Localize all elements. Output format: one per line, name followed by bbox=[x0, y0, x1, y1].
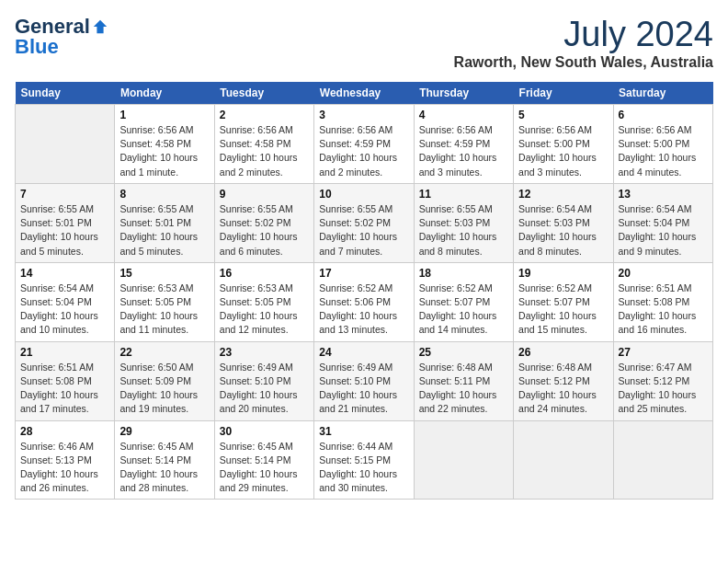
day-number: 29 bbox=[119, 425, 209, 438]
calendar-cell: 16Sunrise: 6:53 AMSunset: 5:05 PMDayligh… bbox=[214, 262, 313, 341]
calendar-cell: 31Sunrise: 6:44 AMSunset: 5:15 PMDayligh… bbox=[314, 420, 414, 500]
logo: General Blue bbox=[15, 15, 108, 59]
day-info: Sunrise: 6:48 AMSunset: 5:11 PMDaylight:… bbox=[419, 361, 508, 417]
day-info: Sunrise: 6:51 AMSunset: 5:08 PMDaylight:… bbox=[619, 282, 708, 338]
title-block: July 2024 Raworth, New South Wales, Aust… bbox=[454, 15, 713, 71]
calendar-week-5: 28Sunrise: 6:46 AMSunset: 5:13 PMDayligh… bbox=[16, 420, 713, 500]
day-number: 3 bbox=[319, 109, 408, 121]
calendar-cell: 23Sunrise: 6:49 AMSunset: 5:10 PMDayligh… bbox=[214, 341, 313, 420]
day-number: 23 bbox=[220, 346, 309, 359]
calendar-cell: 24Sunrise: 6:49 AMSunset: 5:10 PMDayligh… bbox=[314, 341, 414, 420]
day-info: Sunrise: 6:45 AMSunset: 5:14 PMDaylight:… bbox=[220, 440, 309, 496]
calendar-cell: 13Sunrise: 6:54 AMSunset: 5:04 PMDayligh… bbox=[613, 183, 712, 262]
day-number: 1 bbox=[119, 109, 209, 121]
day-number: 15 bbox=[119, 267, 209, 280]
day-info: Sunrise: 6:53 AMSunset: 5:05 PMDaylight:… bbox=[220, 282, 309, 338]
day-number: 12 bbox=[518, 188, 608, 201]
day-number: 31 bbox=[319, 425, 408, 438]
calendar-cell: 3Sunrise: 6:56 AMSunset: 4:59 PMDaylight… bbox=[314, 105, 414, 184]
weekday-monday: Monday bbox=[115, 82, 214, 105]
day-info: Sunrise: 6:51 AMSunset: 5:08 PMDaylight:… bbox=[20, 361, 109, 417]
day-info: Sunrise: 6:46 AMSunset: 5:13 PMDaylight:… bbox=[20, 440, 109, 496]
calendar-cell: 27Sunrise: 6:47 AMSunset: 5:12 PMDayligh… bbox=[613, 341, 712, 420]
calendar-cell: 28Sunrise: 6:46 AMSunset: 5:13 PMDayligh… bbox=[16, 420, 115, 500]
day-number: 2 bbox=[220, 109, 309, 121]
day-number: 14 bbox=[20, 267, 109, 280]
day-info: Sunrise: 6:54 AMSunset: 5:03 PMDaylight:… bbox=[518, 202, 608, 259]
weekday-thursday: Thursday bbox=[414, 82, 513, 105]
day-number: 26 bbox=[518, 346, 608, 359]
day-info: Sunrise: 6:55 AMSunset: 5:01 PMDaylight:… bbox=[20, 202, 109, 259]
weekday-friday: Friday bbox=[514, 82, 613, 105]
calendar-cell bbox=[613, 420, 712, 500]
day-info: Sunrise: 6:54 AMSunset: 5:04 PMDaylight:… bbox=[619, 202, 708, 259]
day-number: 30 bbox=[220, 425, 309, 438]
day-number: 4 bbox=[419, 109, 508, 121]
calendar-cell: 22Sunrise: 6:50 AMSunset: 5:09 PMDayligh… bbox=[115, 341, 214, 420]
calendar-cell: 7Sunrise: 6:55 AMSunset: 5:01 PMDaylight… bbox=[16, 183, 115, 262]
day-info: Sunrise: 6:44 AMSunset: 5:15 PMDaylight:… bbox=[319, 440, 408, 496]
calendar-week-3: 14Sunrise: 6:54 AMSunset: 5:04 PMDayligh… bbox=[16, 262, 713, 341]
calendar-cell bbox=[414, 420, 513, 500]
day-info: Sunrise: 6:53 AMSunset: 5:05 PMDaylight:… bbox=[119, 282, 209, 338]
day-number: 10 bbox=[319, 188, 408, 201]
day-info: Sunrise: 6:47 AMSunset: 5:12 PMDaylight:… bbox=[619, 361, 708, 417]
day-number: 7 bbox=[20, 188, 109, 201]
day-info: Sunrise: 6:56 AMSunset: 4:58 PMDaylight:… bbox=[119, 123, 209, 179]
day-number: 6 bbox=[619, 109, 708, 121]
day-number: 25 bbox=[419, 346, 508, 359]
day-info: Sunrise: 6:55 AMSunset: 5:02 PMDaylight:… bbox=[319, 202, 408, 259]
day-info: Sunrise: 6:56 AMSunset: 5:00 PMDaylight:… bbox=[619, 123, 708, 179]
day-number: 8 bbox=[119, 188, 209, 201]
day-number: 21 bbox=[20, 346, 109, 359]
day-number: 5 bbox=[518, 109, 608, 121]
day-number: 27 bbox=[619, 346, 708, 359]
month-title: July 2024 bbox=[454, 15, 713, 54]
calendar-cell: 10Sunrise: 6:55 AMSunset: 5:02 PMDayligh… bbox=[314, 183, 414, 262]
svg-marker-0 bbox=[94, 20, 107, 33]
calendar-cell: 1Sunrise: 6:56 AMSunset: 4:58 PMDaylight… bbox=[115, 105, 214, 184]
calendar-cell: 9Sunrise: 6:55 AMSunset: 5:02 PMDaylight… bbox=[214, 183, 313, 262]
weekday-saturday: Saturday bbox=[613, 82, 712, 105]
calendar-cell: 25Sunrise: 6:48 AMSunset: 5:11 PMDayligh… bbox=[414, 341, 513, 420]
calendar-week-4: 21Sunrise: 6:51 AMSunset: 5:08 PMDayligh… bbox=[16, 341, 713, 420]
day-number: 22 bbox=[119, 346, 209, 359]
weekday-wednesday: Wednesday bbox=[314, 82, 414, 105]
location: Raworth, New South Wales, Australia bbox=[454, 54, 713, 71]
calendar-cell: 26Sunrise: 6:48 AMSunset: 5:12 PMDayligh… bbox=[514, 341, 613, 420]
calendar-cell: 14Sunrise: 6:54 AMSunset: 5:04 PMDayligh… bbox=[16, 262, 115, 341]
day-info: Sunrise: 6:52 AMSunset: 5:07 PMDaylight:… bbox=[419, 282, 508, 338]
day-number: 16 bbox=[220, 267, 309, 280]
day-number: 9 bbox=[220, 188, 309, 201]
day-number: 13 bbox=[619, 188, 708, 201]
day-info: Sunrise: 6:52 AMSunset: 5:07 PMDaylight:… bbox=[518, 282, 608, 338]
day-info: Sunrise: 6:56 AMSunset: 5:00 PMDaylight:… bbox=[518, 123, 608, 179]
calendar-cell: 29Sunrise: 6:45 AMSunset: 5:14 PMDayligh… bbox=[115, 420, 214, 500]
page-header: General Blue July 2024 Raworth, New Sout… bbox=[15, 15, 713, 71]
calendar-cell: 11Sunrise: 6:55 AMSunset: 5:03 PMDayligh… bbox=[414, 183, 513, 262]
day-info: Sunrise: 6:54 AMSunset: 5:04 PMDaylight:… bbox=[20, 282, 109, 338]
day-info: Sunrise: 6:49 AMSunset: 5:10 PMDaylight:… bbox=[220, 361, 309, 417]
calendar-cell: 2Sunrise: 6:56 AMSunset: 4:58 PMDaylight… bbox=[214, 105, 313, 184]
calendar-cell bbox=[16, 105, 115, 184]
calendar-cell: 20Sunrise: 6:51 AMSunset: 5:08 PMDayligh… bbox=[613, 262, 712, 341]
day-number: 18 bbox=[419, 267, 508, 280]
calendar-cell bbox=[514, 420, 613, 500]
day-number: 28 bbox=[20, 425, 109, 438]
day-info: Sunrise: 6:50 AMSunset: 5:09 PMDaylight:… bbox=[119, 361, 209, 417]
logo-blue-text: Blue bbox=[15, 35, 59, 59]
calendar-cell: 18Sunrise: 6:52 AMSunset: 5:07 PMDayligh… bbox=[414, 262, 513, 341]
logo-icon bbox=[92, 18, 108, 35]
calendar-body: 1Sunrise: 6:56 AMSunset: 4:58 PMDaylight… bbox=[16, 105, 713, 500]
day-info: Sunrise: 6:45 AMSunset: 5:14 PMDaylight:… bbox=[119, 440, 209, 496]
calendar-header: SundayMondayTuesdayWednesdayThursdayFrid… bbox=[16, 82, 713, 105]
calendar-table: SundayMondayTuesdayWednesdayThursdayFrid… bbox=[15, 82, 713, 500]
calendar-week-1: 1Sunrise: 6:56 AMSunset: 4:58 PMDaylight… bbox=[16, 105, 713, 184]
weekday-tuesday: Tuesday bbox=[214, 82, 313, 105]
day-info: Sunrise: 6:55 AMSunset: 5:01 PMDaylight:… bbox=[119, 202, 209, 259]
day-number: 17 bbox=[319, 267, 408, 280]
day-info: Sunrise: 6:56 AMSunset: 4:59 PMDaylight:… bbox=[419, 123, 508, 179]
calendar-cell: 12Sunrise: 6:54 AMSunset: 5:03 PMDayligh… bbox=[514, 183, 613, 262]
day-number: 11 bbox=[419, 188, 508, 201]
day-number: 20 bbox=[619, 267, 708, 280]
